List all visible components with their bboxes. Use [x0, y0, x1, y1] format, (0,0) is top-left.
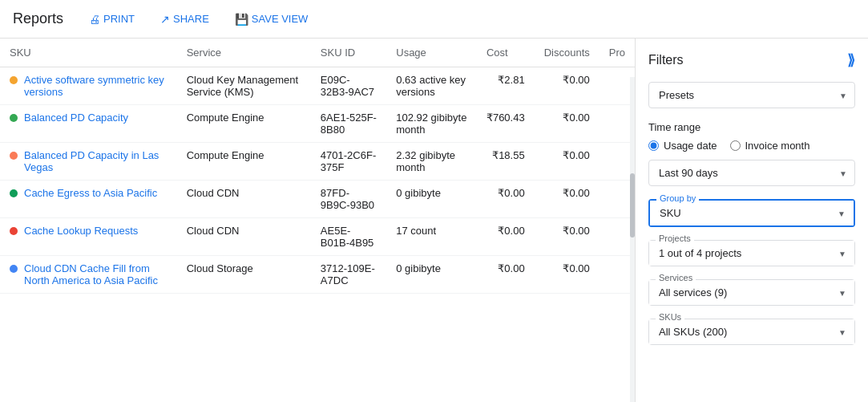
- service-cell-0: Cloud Key Management Service (KMS): [177, 67, 311, 105]
- sku-id-cell-5: 3712-109E-A7DC: [311, 256, 386, 294]
- print-button[interactable]: 🖨 PRINT: [83, 10, 141, 29]
- sku-dot-4: [10, 227, 18, 235]
- time-period-select[interactable]: Last 90 days: [648, 160, 855, 186]
- sku-id-cell-1: 6AE1-525F-8B80: [311, 105, 386, 143]
- usage-cell-0: 0.63 active key versions: [386, 67, 477, 105]
- services-float-label: Services: [656, 273, 696, 282]
- table-row: Balanced PD Capacity Compute Engine6AE1-…: [0, 105, 635, 143]
- group-by-select-wrapper: Group by SKU: [648, 199, 855, 227]
- cost-cell-5: ₹0.00: [477, 256, 535, 294]
- presets-select[interactable]: Presets: [648, 82, 855, 108]
- table-area: SKU Service SKU ID Usage Cost Discounts …: [0, 39, 635, 294]
- sku-dot-3: [10, 189, 18, 197]
- save-icon: 💾: [235, 13, 248, 26]
- save-view-button[interactable]: 💾 SAVE VIEW: [228, 10, 315, 29]
- main-layout: SKU Service SKU ID Usage Cost Discounts …: [0, 39, 868, 402]
- table-body: Active software symmetric key versions C…: [0, 67, 635, 294]
- print-icon: 🖨: [89, 13, 100, 26]
- col-cost: Cost: [477, 39, 535, 67]
- time-range-section: Time range Usage date Invoice month Last…: [648, 121, 855, 186]
- projects-select-wrapper: Projects 1 out of 4 projects: [648, 240, 855, 266]
- sku-dot-0: [10, 76, 18, 84]
- sku-cell-5: Cloud CDN Cache Fill from North America …: [0, 256, 177, 294]
- cost-cell-0: ₹2.81: [477, 67, 535, 105]
- discounts-cell-2: ₹0.00: [535, 143, 600, 181]
- sku-cell-2: Balanced PD Capacity in Las Vegas: [0, 143, 177, 181]
- filters-panel: Filters ⟫ Presets Time range Usage date: [636, 39, 868, 402]
- table-row: Balanced PD Capacity in Las Vegas Comput…: [0, 143, 635, 181]
- sku-name-0[interactable]: Active software symmetric key versions: [24, 74, 168, 98]
- time-period-select-wrapper: Last 90 days: [648, 160, 855, 186]
- time-range-radio-group: Usage date Invoice month: [648, 140, 855, 152]
- usage-date-radio[interactable]: [648, 140, 659, 151]
- share-button[interactable]: ↗ SHARE: [154, 10, 216, 29]
- scrollbar-track[interactable]: [630, 77, 635, 402]
- sku-name-3[interactable]: Cache Egress to Asia Pacific: [24, 187, 157, 199]
- table-row: Cache Egress to Asia Pacific Cloud CDN87…: [0, 181, 635, 218]
- scrollbar-thumb[interactable]: [630, 173, 635, 238]
- invoice-month-label: Invoice month: [745, 140, 810, 152]
- sku-id-cell-0: E09C-32B3-9AC7: [311, 67, 386, 105]
- services-select-wrapper: Services All services (9): [648, 279, 855, 306]
- col-sku: SKU: [0, 39, 177, 67]
- col-discounts: Discounts: [535, 39, 600, 67]
- sku-id-cell-3: 87FD-9B9C-93B0: [311, 181, 386, 218]
- cost-cell-4: ₹0.00: [477, 218, 535, 256]
- skus-select[interactable]: All SKUs (200): [649, 319, 854, 344]
- service-cell-2: Compute Engine: [177, 143, 311, 181]
- services-section: Services All services (9): [648, 279, 855, 306]
- page-header: Reports 🖨 PRINT ↗ SHARE 💾 SAVE VIEW: [0, 0, 868, 39]
- sku-cell-1: Balanced PD Capacity: [0, 105, 177, 143]
- page-title: Reports: [13, 10, 63, 27]
- sku-cell-3: Cache Egress to Asia Pacific: [0, 181, 177, 218]
- service-cell-1: Compute Engine: [177, 105, 311, 143]
- usage-date-radio-label[interactable]: Usage date: [648, 140, 717, 152]
- table-row: Active software symmetric key versions C…: [0, 67, 635, 105]
- presets-section: Presets: [648, 82, 855, 108]
- usage-date-label: Usage date: [664, 140, 717, 152]
- skus-section: SKUs All SKUs (200): [648, 319, 855, 345]
- group-by-select[interactable]: SKU: [650, 201, 854, 225]
- col-pro: Pro: [600, 39, 635, 67]
- usage-cell-5: 0 gibibyte: [386, 256, 477, 294]
- sku-cell-4: Cache Lookup Requests: [0, 218, 177, 256]
- sku-dot-5: [10, 265, 18, 273]
- skus-select-wrapper: SKUs All SKUs (200): [648, 319, 855, 345]
- sku-name-4[interactable]: Cache Lookup Requests: [24, 225, 138, 237]
- usage-cell-1: 102.92 gibibyte month: [386, 105, 477, 143]
- sku-cell-0: Active software symmetric key versions: [0, 67, 177, 105]
- projects-select[interactable]: 1 out of 4 projects: [649, 241, 854, 266]
- share-icon: ↗: [160, 13, 170, 26]
- service-cell-4: Cloud CDN: [177, 218, 311, 256]
- table-row: Cache Lookup Requests Cloud CDNAE5E-B01B…: [0, 218, 635, 256]
- filters-header: Filters ⟫: [648, 51, 855, 69]
- header-actions: 🖨 PRINT ↗ SHARE 💾 SAVE VIEW: [83, 10, 314, 29]
- table-header: SKU Service SKU ID Usage Cost Discounts …: [0, 39, 635, 67]
- discounts-cell-5: ₹0.00: [535, 256, 600, 294]
- discounts-cell-3: ₹0.00: [535, 181, 600, 218]
- billing-table: SKU Service SKU ID Usage Cost Discounts …: [0, 39, 635, 294]
- projects-float-label: Projects: [656, 233, 694, 243]
- col-usage: Usage: [386, 39, 477, 67]
- sku-name-2[interactable]: Balanced PD Capacity in Las Vegas: [24, 149, 168, 173]
- sku-id-cell-4: AE5E-B01B-4B95: [311, 218, 386, 256]
- collapse-button[interactable]: ⟫: [847, 51, 855, 69]
- group-by-section: Group by SKU: [648, 199, 855, 227]
- services-select[interactable]: All services (9): [649, 280, 854, 305]
- cost-cell-3: ₹0.00: [477, 181, 535, 218]
- filters-title-text: Filters: [648, 53, 684, 67]
- invoice-month-radio-label[interactable]: Invoice month: [730, 140, 810, 152]
- usage-cell-2: 2.32 gibibyte month: [386, 143, 477, 181]
- invoice-month-radio[interactable]: [730, 140, 741, 151]
- table-row: Cloud CDN Cache Fill from North America …: [0, 256, 635, 294]
- sku-dot-1: [10, 114, 18, 122]
- sku-id-cell-2: 4701-2C6F-375F: [311, 143, 386, 181]
- time-range-label: Time range: [648, 121, 855, 133]
- sku-name-5[interactable]: Cloud CDN Cache Fill from North America …: [24, 262, 168, 286]
- group-by-float-label: Group by: [656, 193, 699, 203]
- service-cell-5: Cloud Storage: [177, 256, 311, 294]
- sku-dot-2: [10, 152, 18, 160]
- sku-name-1[interactable]: Balanced PD Capacity: [24, 112, 128, 124]
- cost-cell-2: ₹18.55: [477, 143, 535, 181]
- discounts-cell-4: ₹0.00: [535, 218, 600, 256]
